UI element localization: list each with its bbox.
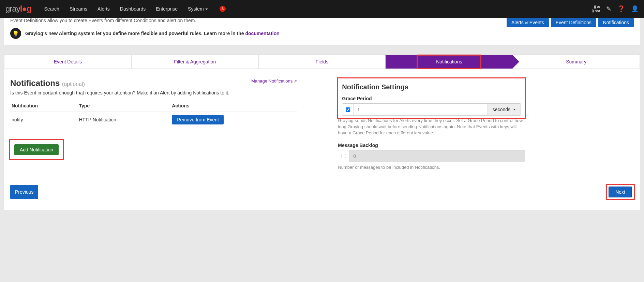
message-backlog-hint: Number of messages to be included in Not… — [338, 164, 525, 170]
scratchpad-icon[interactable]: ✎ — [606, 5, 611, 13]
grace-period-checkbox[interactable] — [346, 107, 350, 112]
nav-dashboards[interactable]: Dashboards — [115, 3, 151, 14]
table-row: notify HTTP Notification Remove from Eve… — [10, 112, 297, 128]
nav-search[interactable]: Search — [40, 3, 64, 14]
add-notification-button[interactable]: Add Notification — [14, 144, 59, 155]
next-button[interactable]: Next — [609, 187, 632, 197]
user-icon[interactable]: 👤 — [631, 5, 639, 13]
message-backlog-checkbox[interactable] — [342, 154, 346, 158]
chevron-down-icon — [513, 109, 516, 110]
throughput: 0 in 0 out — [592, 5, 600, 13]
nav-links: Search Streams Alerts Dashboards Enterpr… — [40, 3, 226, 14]
col-notification: Notification — [10, 100, 77, 112]
page-header: Alerts & Events Event Definitions Notifi… — [4, 18, 640, 45]
message-backlog-input-group — [338, 150, 525, 162]
grace-period-hint: Graylog sends Notifications for Alerts e… — [338, 118, 525, 136]
notifications-button[interactable]: Notifications — [598, 18, 634, 27]
grace-period-label: Grace Period — [342, 96, 521, 101]
nav-system[interactable]: System — [183, 3, 213, 14]
col-actions: Actions — [170, 100, 297, 112]
info-text: Graylog's new Alerting system let you de… — [25, 31, 280, 36]
help-icon[interactable]: ❓ — [617, 5, 625, 13]
external-link-icon: ↗ — [294, 79, 297, 84]
step-filter-aggregation[interactable]: Filter & Aggregation — [132, 55, 259, 69]
logo: grayl●g — [5, 4, 31, 14]
grace-period-unit-button[interactable]: seconds — [488, 104, 521, 115]
grace-period-input[interactable] — [354, 104, 488, 115]
step-summary[interactable]: Summary — [513, 55, 640, 69]
notifications-help: Is this Event important enough that requ… — [10, 90, 297, 95]
col-type: Type — [77, 100, 170, 112]
notification-settings-title: Notification Settings — [342, 83, 521, 91]
notification-badge[interactable]: 3 — [220, 6, 226, 12]
lightbulb-icon: 💡 — [10, 28, 21, 39]
message-backlog-input[interactable] — [350, 150, 525, 162]
grace-period-input-group: seconds — [342, 103, 521, 116]
nav-enterprise[interactable]: Enterprise — [151, 3, 182, 14]
documentation-link[interactable]: documentation — [245, 31, 279, 36]
manage-notifications-link[interactable]: Manage Notifications↗ — [251, 78, 297, 84]
alerts-events-button[interactable]: Alerts & Events — [507, 18, 549, 27]
step-notifications[interactable]: Notifications — [386, 55, 513, 69]
top-navbar: grayl●g Search Streams Alerts Dashboards… — [0, 0, 644, 18]
step-event-details[interactable]: Event Details — [4, 55, 132, 69]
nav-alerts[interactable]: Alerts — [93, 3, 115, 14]
message-backlog-label: Message Backlog — [338, 143, 525, 148]
wizard-steps: Event Details Filter & Aggregation Field… — [4, 55, 640, 69]
previous-button[interactable]: Previous — [10, 185, 38, 199]
remove-from-event-button[interactable]: Remove from Event — [172, 115, 224, 124]
event-definitions-button[interactable]: Event Definitions — [551, 18, 596, 27]
step-fields[interactable]: Fields — [259, 55, 386, 69]
nav-streams[interactable]: Streams — [65, 3, 92, 14]
notifications-table: Notification Type Actions notify HTTP No… — [10, 100, 297, 128]
chevron-down-icon — [205, 9, 208, 10]
